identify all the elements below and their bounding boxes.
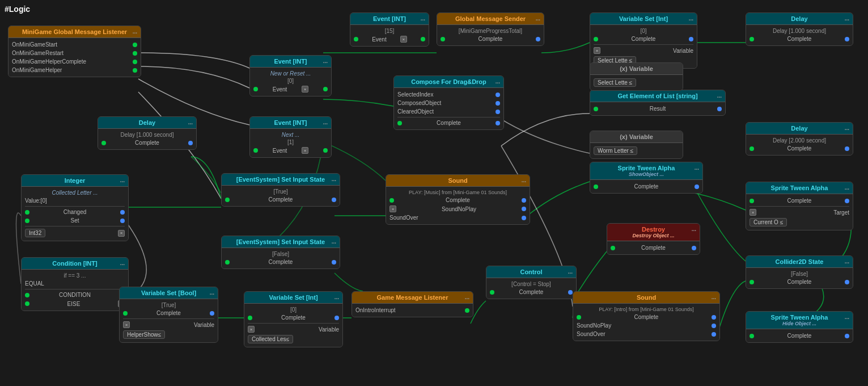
- var-set-int2-header: Variable Set [Int]...: [244, 292, 342, 304]
- sprite-tween-show-header: Sprite Tween Alpha... ShowObject ...: [590, 162, 702, 180]
- x-int2[interactable]: ×: [248, 326, 255, 333]
- sound-2-node: Sound... PLAY: [Intro] from [Mini-Game 0…: [573, 291, 720, 341]
- collider2d-body: [False] Complete: [746, 268, 853, 288]
- label-delay-small-complete: Complete: [135, 140, 159, 146]
- delay-top-node: Delay... Delay [1.000 second] Complete: [746, 12, 853, 46]
- destroy-body: Complete: [607, 241, 700, 254]
- node-row-control-complete: Complete: [490, 288, 573, 296]
- pin-varset-out: [689, 37, 693, 41]
- node-row-bool-complete: Complete: [123, 309, 214, 317]
- label-tween2-target: Target: [833, 209, 849, 216]
- node-row-eventnew-event: Event ×: [253, 85, 328, 94]
- delay-small-header: Delay...: [98, 117, 196, 129]
- label-sound2-noplay: SoundNoPlay: [577, 322, 611, 329]
- delay-small-body: Delay [1.000 second] Complete: [98, 129, 196, 149]
- event-int-15-header: Event [INT]...: [350, 13, 429, 25]
- event-int-new-header: Event [INT]...: [250, 56, 331, 68]
- pin-global-out: [536, 37, 540, 41]
- x-integer[interactable]: ×: [118, 230, 125, 237]
- pin-changed-out: [120, 210, 125, 215]
- sprite-tween-show-body: Complete: [590, 180, 702, 193]
- pin-destroy-in: [611, 246, 615, 250]
- node-row-int2-collected: Collected Les≤: [248, 334, 339, 345]
- pin-tween2-in: [750, 199, 754, 203]
- label-collider-complete: Complete: [787, 279, 812, 285]
- node-row-onminigamehelper: OnMiniGameHelper: [12, 66, 137, 74]
- sprite-tween-hide-body: Complete: [746, 329, 853, 342]
- x-eventnext[interactable]: ×: [302, 147, 308, 154]
- label-eise: EISE: [67, 301, 81, 307]
- x-varset[interactable]: ×: [594, 47, 600, 54]
- label-int2-var: Variable: [319, 326, 339, 333]
- pin-int2-in: [248, 316, 252, 320]
- node-row-int2-var: × Variable: [248, 325, 339, 334]
- label-onminigamestart: OnMiniGameStart: [12, 41, 57, 48]
- sprite-tween-2-node: Sprite Tween Alpha... Complete × Target …: [746, 182, 853, 230]
- pin-event15-in: [354, 37, 358, 41]
- condition-int-sub: if == 3 ...: [25, 272, 125, 279]
- label-intro-interrupt: OnIntroInterrupt: [355, 307, 396, 313]
- label-tween2-complete: Complete: [787, 198, 812, 204]
- x-sound1[interactable]: ×: [389, 205, 396, 212]
- pin-get-in: [594, 107, 598, 111]
- pin-eventsys-false-in: [225, 260, 230, 265]
- int32-val: Int32: [25, 229, 45, 237]
- sound-1-body: PLAY: [Music] from [Mini-Game 01 Sounds]…: [386, 187, 530, 224]
- x-tween2[interactable]: ×: [750, 209, 756, 216]
- pin-onminigamehelpercomplete: [133, 60, 137, 64]
- x-event15[interactable]: ×: [400, 36, 407, 43]
- label-eventsys-false-complete: Complete: [269, 259, 293, 265]
- pin-sound1-complete-out: [522, 198, 526, 203]
- node-row-tween2-target: × Target: [750, 208, 849, 217]
- node-row-delay-small-complete: Complete: [101, 139, 193, 147]
- node-row-bool-var: × Variable: [123, 320, 214, 329]
- node-row-eventsys-false-complete: Complete: [225, 258, 336, 266]
- node-row-sound1-complete: Complete: [389, 196, 526, 204]
- pin-sound1-in: [389, 198, 394, 203]
- delay-top-body: Delay [1.000 second] Complete: [746, 25, 853, 45]
- condition-int-body: if == 3 ... EQUAL CONDITION EISE ×: [22, 270, 128, 311]
- variable-select-node: (x) Variable Select Lette ≤: [590, 62, 683, 91]
- sprite-tween-show-node: Sprite Tween Alpha... ShowObject ... Com…: [590, 162, 703, 194]
- label-onminigamehelpercomplete: OnMiniGameHelperComplete: [12, 58, 86, 65]
- node-row-eventsys-true-complete: Complete: [225, 195, 336, 204]
- select-letter: Select Lette ≤: [594, 78, 636, 87]
- label-eventnext: Event: [273, 148, 287, 154]
- pin-changed-in: [25, 210, 29, 215]
- pin-onminigamestart: [133, 43, 137, 47]
- label-delay-top-complete: Complete: [787, 36, 812, 42]
- worm-letter: Worm Letter ≤: [594, 146, 637, 155]
- x-eventnew[interactable]: ×: [302, 86, 308, 93]
- x-bool[interactable]: ×: [123, 321, 130, 328]
- label-destroy-complete: Complete: [641, 245, 666, 251]
- control-sub: [Control = Stop]: [490, 280, 573, 288]
- label-global-complete: Complete: [479, 36, 503, 42]
- node-row-onminigamerestart: OnMiniGameRestart: [12, 49, 137, 57]
- destroy-node: Destroy... Destroy Object ... Complete: [607, 223, 700, 255]
- sprite-tween-2-body: Complete × Target Current O ≤: [746, 194, 853, 230]
- compose-drag-body: SelectedIndex ComposedObject ClearedObje…: [394, 88, 503, 129]
- pin-control-in: [490, 290, 494, 295]
- integer-node: Integer... Collected Letter ... Value:[0…: [21, 174, 129, 241]
- label-condition: CONDITION: [59, 292, 91, 298]
- label-composedobject: ComposedObject: [397, 100, 441, 106]
- pin-destroy-out: [692, 246, 696, 250]
- event-sys-false-sub: [False]: [225, 250, 336, 258]
- node-row-equal: EQUAL: [25, 279, 125, 288]
- node-row-varset-variable: × Variable: [594, 46, 693, 55]
- pin-get-out: [717, 107, 722, 111]
- collider2d-header: Collider2D State...: [746, 256, 853, 268]
- pin-onminigamehelper: [133, 68, 137, 73]
- delay-2s-node: Delay... Delay [2.000 second] Complete: [746, 122, 853, 156]
- node-row-eise: EISE ×: [25, 299, 125, 308]
- pin-clearedobject: [496, 110, 500, 114]
- pin-eventnext-out: [323, 148, 328, 153]
- pin-eventsys-false-out: [332, 260, 336, 265]
- sprite-tween-2-header: Sprite Tween Alpha...: [746, 182, 853, 194]
- node-row-worm: Worm Letter ≤: [594, 145, 679, 156]
- variable-set-int-top-header: Variable Set [Int]...: [590, 13, 697, 25]
- pin-tweenshow-in: [594, 184, 598, 189]
- sprite-tween-hide-node: Sprite Tween Alpha... Hide Object ... Co…: [746, 311, 853, 343]
- global-msg-sub: [MiniGameProgressTotal]: [441, 27, 540, 35]
- label-int2-complete: Complete: [281, 314, 306, 321]
